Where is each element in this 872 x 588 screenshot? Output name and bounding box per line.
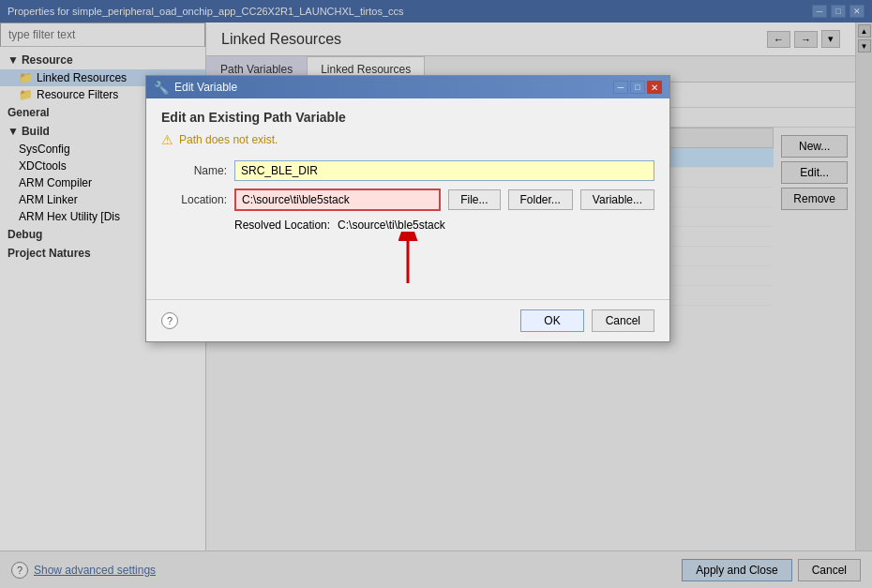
- folder-button[interactable]: Folder...: [508, 189, 573, 210]
- location-label: Location:: [161, 193, 227, 206]
- dialog-title-text: Edit Variable: [174, 81, 237, 94]
- name-label: Name:: [161, 164, 227, 177]
- resolved-value: C:\source\ti\ble5stack: [338, 219, 445, 232]
- dialog-warning: ⚠ Path does not exist.: [161, 132, 654, 147]
- warning-triangle-icon: ⚠: [161, 132, 173, 147]
- dialog-footer: ? OK Cancel: [146, 299, 669, 341]
- dialog-close-button[interactable]: ✕: [647, 81, 662, 94]
- dialog-action-buttons: OK Cancel: [520, 309, 654, 332]
- edit-variable-dialog: 🔧 Edit Variable ─ □ ✕ Edit an Existing P…: [145, 75, 670, 342]
- ok-button[interactable]: OK: [520, 309, 583, 332]
- dialog-controls: ─ □ ✕: [613, 81, 662, 94]
- name-field-row: Name:: [161, 160, 654, 181]
- modal-overlay: 🔧 Edit Variable ─ □ ✕ Edit an Existing P…: [0, 0, 872, 588]
- dialog-section-title: Edit an Existing Path Variable: [161, 110, 654, 125]
- dialog-icon: 🔧: [154, 81, 169, 95]
- name-input[interactable]: [234, 160, 654, 181]
- arrow-svg: [380, 232, 436, 288]
- file-button[interactable]: File...: [448, 189, 500, 210]
- dialog-body: Edit an Existing Path Variable ⚠ Path do…: [146, 98, 669, 299]
- location-field-row: Location: File... Folder... Variable...: [161, 188, 654, 211]
- red-arrow-annotation: [161, 232, 654, 288]
- dialog-title: 🔧 Edit Variable: [154, 81, 237, 95]
- variable-button[interactable]: Variable...: [580, 189, 654, 210]
- dialog-maximize-button[interactable]: □: [630, 81, 645, 94]
- dialog-help-icon[interactable]: ?: [161, 312, 178, 329]
- warning-text: Path does not exist.: [179, 133, 278, 146]
- resolved-label: Resolved Location:: [234, 219, 330, 232]
- dialog-titlebar: 🔧 Edit Variable ─ □ ✕: [146, 76, 669, 98]
- dialog-minimize-button[interactable]: ─: [613, 81, 628, 94]
- resolved-location-row: Resolved Location: C:\source\ti\ble5stac…: [161, 219, 654, 232]
- location-input[interactable]: [234, 188, 441, 211]
- dialog-cancel-button[interactable]: Cancel: [592, 309, 654, 332]
